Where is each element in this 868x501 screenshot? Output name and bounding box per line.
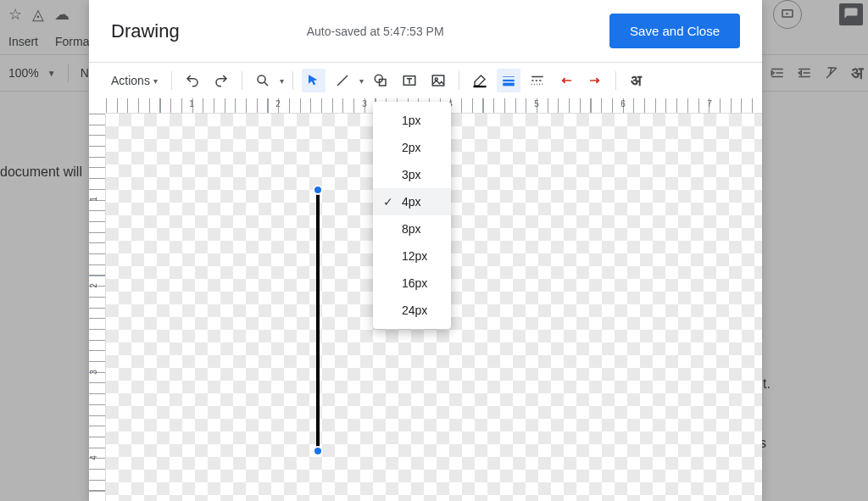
svg-point-1 <box>258 75 265 83</box>
ruler-tick: 1 <box>89 197 98 202</box>
svg-rect-7 <box>473 86 486 87</box>
ruler-tick: 6 <box>620 99 626 109</box>
modal-header: Drawing Auto-saved at 5:47:53 PM Save an… <box>89 0 762 63</box>
ruler-tick: 2 <box>89 283 98 288</box>
actions-label: Actions <box>111 74 150 87</box>
line-weight-option[interactable]: 4px <box>373 188 451 215</box>
translate-icon: अ <box>631 72 642 90</box>
ruler-tick: 2 <box>275 99 281 109</box>
line-weight-option[interactable]: 12px <box>373 242 451 270</box>
line-dash-button[interactable] <box>526 69 549 92</box>
select-tool[interactable] <box>302 69 326 92</box>
ruler-tick: 5 <box>534 99 539 109</box>
line-shape[interactable] <box>316 190 320 451</box>
line-weight-option[interactable]: 8px <box>373 215 451 242</box>
ruler-tick: 7 <box>707 99 712 109</box>
redo-button[interactable] <box>209 69 233 92</box>
line-weight-option[interactable]: 16px <box>373 270 451 297</box>
drawing-toolbar: Actions ▾ ▾ ▾ <box>89 63 762 98</box>
shape-tool[interactable] <box>369 69 392 92</box>
autosave-status: Auto-saved at 5:47:53 PM <box>307 25 444 38</box>
svg-rect-5 <box>432 75 444 86</box>
line-color-button[interactable] <box>468 69 492 92</box>
line-handle-top[interactable] <box>313 185 323 195</box>
line-weight-option[interactable]: 2px <box>373 134 451 161</box>
ruler-tick: 3 <box>89 370 98 375</box>
line-weight-option[interactable]: 3px <box>373 161 451 188</box>
chevron-down-icon: ▾ <box>153 76 158 86</box>
save-and-close-button[interactable]: Save and Close <box>609 14 740 48</box>
ruler-tick: 4 <box>89 455 98 460</box>
line-weight-dropdown: 1px2px3px4px8px12px16px24px <box>373 102 451 329</box>
ruler-vertical: 1 2 3 4 <box>89 114 106 501</box>
actions-menu[interactable]: Actions ▾ <box>106 70 163 91</box>
chevron-down-icon[interactable]: ▾ <box>280 76 284 86</box>
ruler-tick: 1 <box>189 99 194 109</box>
line-weight-option[interactable]: 1px <box>373 107 451 134</box>
line-start-button[interactable] <box>554 69 578 92</box>
ruler-tick: 3 <box>362 99 367 109</box>
image-tool[interactable] <box>426 69 450 92</box>
line-weight-button[interactable] <box>497 69 520 92</box>
modal-title: Drawing <box>111 20 180 42</box>
more-options-button[interactable]: अ <box>625 69 648 92</box>
line-end-button[interactable] <box>583 69 607 92</box>
line-tool[interactable] <box>331 69 354 92</box>
zoom-button[interactable] <box>251 69 275 92</box>
line-weight-option[interactable]: 24px <box>373 297 451 324</box>
line-handle-bottom[interactable] <box>313 446 323 456</box>
textbox-tool[interactable] <box>398 69 421 92</box>
undo-button[interactable] <box>181 69 204 92</box>
chevron-down-icon[interactable]: ▾ <box>359 76 364 86</box>
